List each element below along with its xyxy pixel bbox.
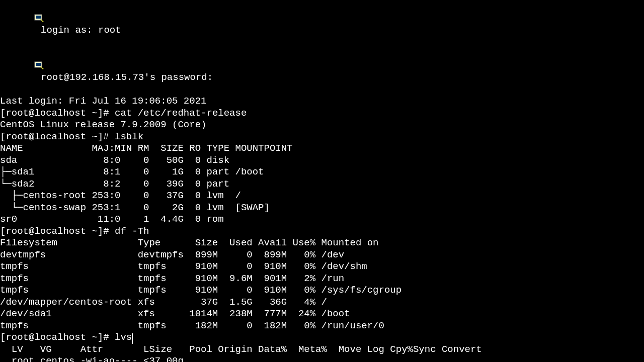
- prompt: [root@localhost ~]#: [0, 108, 115, 119]
- df-row: tmpfs tmpfs 910M 0 910M 0% /dev/shm: [0, 261, 644, 273]
- prompt: [root@localhost ~]#: [0, 131, 115, 142]
- command: lvs: [115, 332, 132, 343]
- df-row: tmpfs tmpfs 182M 0 182M 0% /run/user/0: [0, 320, 644, 332]
- prompt-line-1: [root@localhost ~]# cat /etc/redhat-rele…: [0, 108, 644, 120]
- lsblk-row: ├─centos-root 253:0 0 37G 0 lvm /: [0, 190, 644, 202]
- svg-rect-3: [36, 63, 41, 66]
- putty-icon: [0, 2, 10, 10]
- lvs-header: LV VG Attr LSize Pool Origin Data% Meta%…: [0, 344, 644, 356]
- command: lsblk: [115, 131, 143, 142]
- df-row: /dev/mapper/centos-root xfs 37G 1.5G 36G…: [0, 297, 644, 309]
- svg-rect-1: [36, 16, 41, 19]
- redhat-release-output: CentOS Linux release 7.9.2009 (Core): [0, 119, 644, 131]
- prompt-line-3: [root@localhost ~]# df -Th: [0, 226, 644, 238]
- login-line: login as: root: [0, 1, 644, 48]
- df-header: Filesystem Type Size Used Avail Use% Mou…: [0, 237, 644, 249]
- login-text: login as: root: [35, 25, 121, 36]
- prompt-line-2: [root@localhost ~]# lsblk: [0, 131, 644, 143]
- terminal[interactable]: login as: root root@192.168.15.73's pass…: [0, 1, 644, 362]
- lsblk-header: NAME MAJ:MIN RM SIZE RO TYPE MOUNTPOINT: [0, 143, 644, 155]
- lsblk-row: ├─sda1 8:1 0 1G 0 part /boot: [0, 166, 644, 178]
- command: cat /etc/redhat-release: [115, 108, 247, 119]
- df-row: /dev/sda1 xfs 1014M 238M 777M 24% /boot: [0, 308, 644, 320]
- password-line: root@192.168.15.73's password:: [0, 48, 644, 96]
- last-login: Last login: Fri Jul 16 19:06:05 2021: [0, 96, 644, 108]
- prompt-line-4: [root@localhost ~]# lvs: [0, 332, 644, 344]
- lsblk-row: └─centos-swap 253:1 0 2G 0 lvm [SWAP]: [0, 202, 644, 214]
- text-cursor-icon: [132, 333, 133, 344]
- prompt: [root@localhost ~]#: [0, 226, 115, 237]
- lsblk-row: sda 8:0 0 50G 0 disk: [0, 155, 644, 167]
- putty-icon: [0, 49, 10, 57]
- df-row: tmpfs tmpfs 910M 9.6M 901M 2% /run: [0, 273, 644, 285]
- lvs-row: root centos -wi-ao---- <37.00g: [0, 355, 644, 362]
- lsblk-row: └─sda2 8:2 0 39G 0 part: [0, 178, 644, 191]
- command: df -Th: [115, 226, 149, 237]
- password-text: root@192.168.15.73's password:: [35, 72, 213, 83]
- df-row: tmpfs tmpfs 910M 0 910M 0% /sys/fs/cgrou…: [0, 285, 644, 297]
- df-row: devtmpfs devtmpfs 899M 0 899M 0% /dev: [0, 249, 644, 261]
- lsblk-row: sr0 11:0 1 4.4G 0 rom: [0, 214, 644, 226]
- prompt: [root@localhost ~]#: [0, 332, 115, 343]
